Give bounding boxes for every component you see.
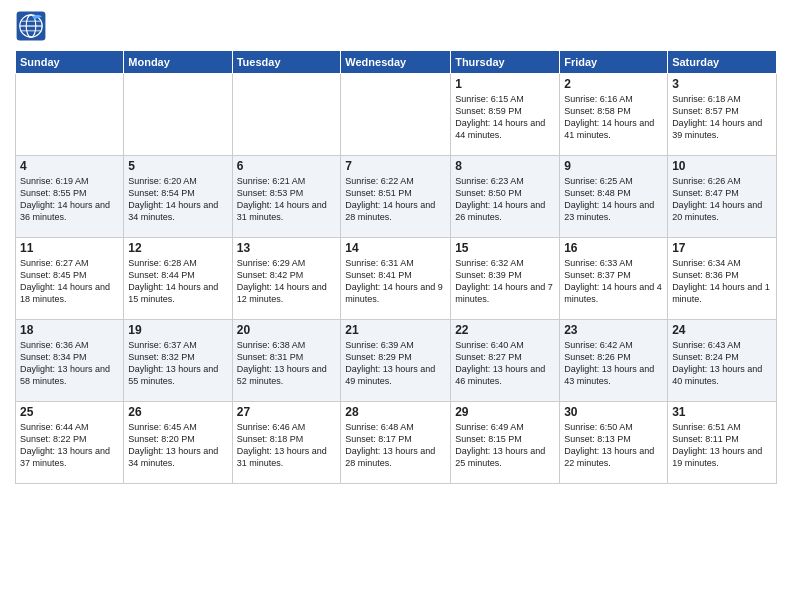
calendar-cell: 26Sunrise: 6:45 AM Sunset: 8:20 PM Dayli… bbox=[124, 402, 232, 484]
col-header-friday: Friday bbox=[560, 51, 668, 74]
week-row-1: 4Sunrise: 6:19 AM Sunset: 8:55 PM Daylig… bbox=[16, 156, 777, 238]
day-number: 19 bbox=[128, 323, 227, 337]
day-number: 12 bbox=[128, 241, 227, 255]
calendar-cell: 19Sunrise: 6:37 AM Sunset: 8:32 PM Dayli… bbox=[124, 320, 232, 402]
week-row-2: 11Sunrise: 6:27 AM Sunset: 8:45 PM Dayli… bbox=[16, 238, 777, 320]
day-info: Sunrise: 6:46 AM Sunset: 8:18 PM Dayligh… bbox=[237, 421, 337, 470]
day-number: 22 bbox=[455, 323, 555, 337]
col-header-sunday: Sunday bbox=[16, 51, 124, 74]
day-info: Sunrise: 6:29 AM Sunset: 8:42 PM Dayligh… bbox=[237, 257, 337, 306]
calendar-cell: 10Sunrise: 6:26 AM Sunset: 8:47 PM Dayli… bbox=[668, 156, 777, 238]
day-number: 2 bbox=[564, 77, 663, 91]
calendar-cell: 16Sunrise: 6:33 AM Sunset: 8:37 PM Dayli… bbox=[560, 238, 668, 320]
day-number: 14 bbox=[345, 241, 446, 255]
day-info: Sunrise: 6:48 AM Sunset: 8:17 PM Dayligh… bbox=[345, 421, 446, 470]
week-row-0: 1Sunrise: 6:15 AM Sunset: 8:59 PM Daylig… bbox=[16, 74, 777, 156]
day-info: Sunrise: 6:34 AM Sunset: 8:36 PM Dayligh… bbox=[672, 257, 772, 306]
day-info: Sunrise: 6:21 AM Sunset: 8:53 PM Dayligh… bbox=[237, 175, 337, 224]
day-info: Sunrise: 6:39 AM Sunset: 8:29 PM Dayligh… bbox=[345, 339, 446, 388]
col-header-thursday: Thursday bbox=[451, 51, 560, 74]
day-info: Sunrise: 6:32 AM Sunset: 8:39 PM Dayligh… bbox=[455, 257, 555, 306]
day-number: 11 bbox=[20, 241, 119, 255]
day-number: 3 bbox=[672, 77, 772, 91]
day-number: 30 bbox=[564, 405, 663, 419]
day-info: Sunrise: 6:51 AM Sunset: 8:11 PM Dayligh… bbox=[672, 421, 772, 470]
day-number: 6 bbox=[237, 159, 337, 173]
day-number: 5 bbox=[128, 159, 227, 173]
day-info: Sunrise: 6:50 AM Sunset: 8:13 PM Dayligh… bbox=[564, 421, 663, 470]
day-number: 7 bbox=[345, 159, 446, 173]
week-row-4: 25Sunrise: 6:44 AM Sunset: 8:22 PM Dayli… bbox=[16, 402, 777, 484]
day-number: 24 bbox=[672, 323, 772, 337]
day-number: 27 bbox=[237, 405, 337, 419]
day-info: Sunrise: 6:25 AM Sunset: 8:48 PM Dayligh… bbox=[564, 175, 663, 224]
col-header-wednesday: Wednesday bbox=[341, 51, 451, 74]
calendar-cell: 14Sunrise: 6:31 AM Sunset: 8:41 PM Dayli… bbox=[341, 238, 451, 320]
calendar-cell: 20Sunrise: 6:38 AM Sunset: 8:31 PM Dayli… bbox=[232, 320, 341, 402]
day-info: Sunrise: 6:37 AM Sunset: 8:32 PM Dayligh… bbox=[128, 339, 227, 388]
calendar-cell: 18Sunrise: 6:36 AM Sunset: 8:34 PM Dayli… bbox=[16, 320, 124, 402]
day-info: Sunrise: 6:44 AM Sunset: 8:22 PM Dayligh… bbox=[20, 421, 119, 470]
col-header-monday: Monday bbox=[124, 51, 232, 74]
day-number: 25 bbox=[20, 405, 119, 419]
calendar-cell bbox=[341, 74, 451, 156]
calendar-cell: 1Sunrise: 6:15 AM Sunset: 8:59 PM Daylig… bbox=[451, 74, 560, 156]
calendar-cell: 5Sunrise: 6:20 AM Sunset: 8:54 PM Daylig… bbox=[124, 156, 232, 238]
col-header-tuesday: Tuesday bbox=[232, 51, 341, 74]
day-number: 16 bbox=[564, 241, 663, 255]
calendar-cell: 12Sunrise: 6:28 AM Sunset: 8:44 PM Dayli… bbox=[124, 238, 232, 320]
calendar-cell: 11Sunrise: 6:27 AM Sunset: 8:45 PM Dayli… bbox=[16, 238, 124, 320]
calendar-cell: 2Sunrise: 6:16 AM Sunset: 8:58 PM Daylig… bbox=[560, 74, 668, 156]
calendar-cell: 23Sunrise: 6:42 AM Sunset: 8:26 PM Dayli… bbox=[560, 320, 668, 402]
calendar-cell: 21Sunrise: 6:39 AM Sunset: 8:29 PM Dayli… bbox=[341, 320, 451, 402]
calendar-cell: 25Sunrise: 6:44 AM Sunset: 8:22 PM Dayli… bbox=[16, 402, 124, 484]
calendar-cell: 27Sunrise: 6:46 AM Sunset: 8:18 PM Dayli… bbox=[232, 402, 341, 484]
calendar-cell bbox=[124, 74, 232, 156]
day-number: 17 bbox=[672, 241, 772, 255]
calendar-cell: 24Sunrise: 6:43 AM Sunset: 8:24 PM Dayli… bbox=[668, 320, 777, 402]
calendar-cell: 3Sunrise: 6:18 AM Sunset: 8:57 PM Daylig… bbox=[668, 74, 777, 156]
week-row-3: 18Sunrise: 6:36 AM Sunset: 8:34 PM Dayli… bbox=[16, 320, 777, 402]
day-number: 8 bbox=[455, 159, 555, 173]
calendar-cell: 13Sunrise: 6:29 AM Sunset: 8:42 PM Dayli… bbox=[232, 238, 341, 320]
day-info: Sunrise: 6:20 AM Sunset: 8:54 PM Dayligh… bbox=[128, 175, 227, 224]
day-number: 26 bbox=[128, 405, 227, 419]
calendar: SundayMondayTuesdayWednesdayThursdayFrid… bbox=[15, 50, 777, 484]
day-number: 29 bbox=[455, 405, 555, 419]
day-number: 9 bbox=[564, 159, 663, 173]
day-info: Sunrise: 6:28 AM Sunset: 8:44 PM Dayligh… bbox=[128, 257, 227, 306]
day-info: Sunrise: 6:27 AM Sunset: 8:45 PM Dayligh… bbox=[20, 257, 119, 306]
calendar-cell: 9Sunrise: 6:25 AM Sunset: 8:48 PM Daylig… bbox=[560, 156, 668, 238]
day-info: Sunrise: 6:26 AM Sunset: 8:47 PM Dayligh… bbox=[672, 175, 772, 224]
day-info: Sunrise: 6:31 AM Sunset: 8:41 PM Dayligh… bbox=[345, 257, 446, 306]
calendar-cell bbox=[16, 74, 124, 156]
calendar-cell: 4Sunrise: 6:19 AM Sunset: 8:55 PM Daylig… bbox=[16, 156, 124, 238]
calendar-cell: 30Sunrise: 6:50 AM Sunset: 8:13 PM Dayli… bbox=[560, 402, 668, 484]
calendar-cell: 6Sunrise: 6:21 AM Sunset: 8:53 PM Daylig… bbox=[232, 156, 341, 238]
day-info: Sunrise: 6:49 AM Sunset: 8:15 PM Dayligh… bbox=[455, 421, 555, 470]
logo-icon bbox=[15, 10, 47, 42]
day-number: 20 bbox=[237, 323, 337, 337]
logo bbox=[15, 10, 51, 42]
day-info: Sunrise: 6:42 AM Sunset: 8:26 PM Dayligh… bbox=[564, 339, 663, 388]
day-number: 28 bbox=[345, 405, 446, 419]
calendar-cell: 28Sunrise: 6:48 AM Sunset: 8:17 PM Dayli… bbox=[341, 402, 451, 484]
calendar-cell: 8Sunrise: 6:23 AM Sunset: 8:50 PM Daylig… bbox=[451, 156, 560, 238]
day-info: Sunrise: 6:16 AM Sunset: 8:58 PM Dayligh… bbox=[564, 93, 663, 142]
calendar-cell: 15Sunrise: 6:32 AM Sunset: 8:39 PM Dayli… bbox=[451, 238, 560, 320]
day-number: 23 bbox=[564, 323, 663, 337]
calendar-cell: 22Sunrise: 6:40 AM Sunset: 8:27 PM Dayli… bbox=[451, 320, 560, 402]
day-number: 10 bbox=[672, 159, 772, 173]
day-number: 21 bbox=[345, 323, 446, 337]
day-info: Sunrise: 6:19 AM Sunset: 8:55 PM Dayligh… bbox=[20, 175, 119, 224]
page-header bbox=[15, 10, 777, 42]
day-info: Sunrise: 6:18 AM Sunset: 8:57 PM Dayligh… bbox=[672, 93, 772, 142]
calendar-header-row: SundayMondayTuesdayWednesdayThursdayFrid… bbox=[16, 51, 777, 74]
calendar-cell bbox=[232, 74, 341, 156]
calendar-cell: 7Sunrise: 6:22 AM Sunset: 8:51 PM Daylig… bbox=[341, 156, 451, 238]
day-number: 13 bbox=[237, 241, 337, 255]
day-info: Sunrise: 6:15 AM Sunset: 8:59 PM Dayligh… bbox=[455, 93, 555, 142]
day-number: 15 bbox=[455, 241, 555, 255]
calendar-cell: 29Sunrise: 6:49 AM Sunset: 8:15 PM Dayli… bbox=[451, 402, 560, 484]
day-info: Sunrise: 6:36 AM Sunset: 8:34 PM Dayligh… bbox=[20, 339, 119, 388]
